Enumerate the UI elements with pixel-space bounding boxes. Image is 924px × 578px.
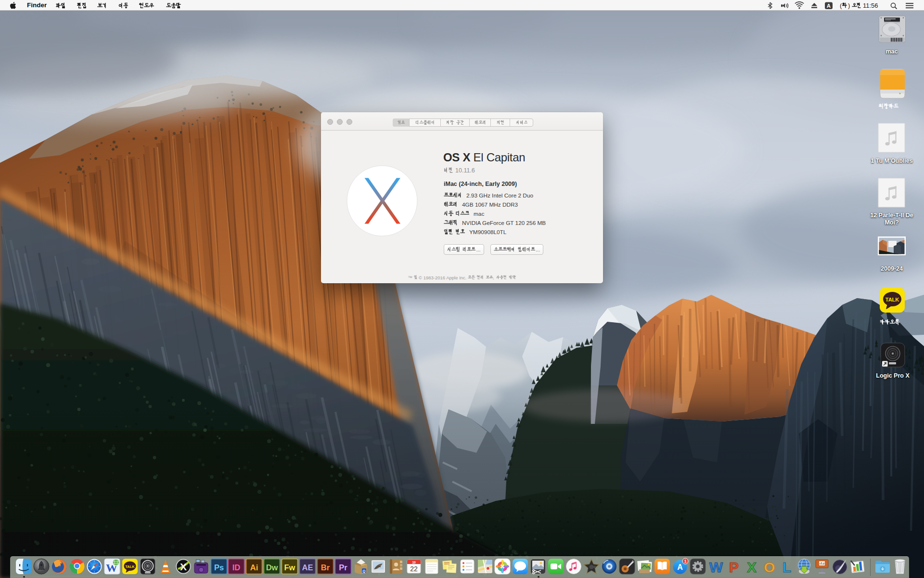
svg-text:AE: AE [302, 563, 313, 572]
svg-text:ID: ID [232, 563, 241, 572]
svg-text:X: X [747, 559, 757, 575]
svg-text:Dw: Dw [266, 563, 278, 572]
svg-text:10: 10 [412, 561, 416, 564]
svg-text:TALK: TALK [125, 565, 135, 569]
svg-text:Pr: Pr [339, 563, 347, 572]
svg-text:P: P [729, 559, 739, 575]
svg-text:O: O [764, 559, 775, 575]
svg-text:A: A [827, 3, 831, 9]
svg-text:X: X [180, 561, 187, 572]
svg-text:A: A [677, 563, 683, 571]
svg-text:Br: Br [321, 563, 330, 572]
svg-text:1: 1 [684, 559, 687, 564]
svg-text:Ai: Ai [250, 563, 258, 572]
svg-text:Ps: Ps [214, 563, 224, 572]
svg-text:22: 22 [410, 565, 418, 573]
svg-text:TALK: TALK [886, 297, 899, 302]
svg-text:W: W [709, 559, 723, 575]
svg-text:Fw: Fw [284, 563, 295, 572]
svg-text:Q: Q [363, 569, 366, 573]
svg-text:L: L [783, 559, 791, 575]
